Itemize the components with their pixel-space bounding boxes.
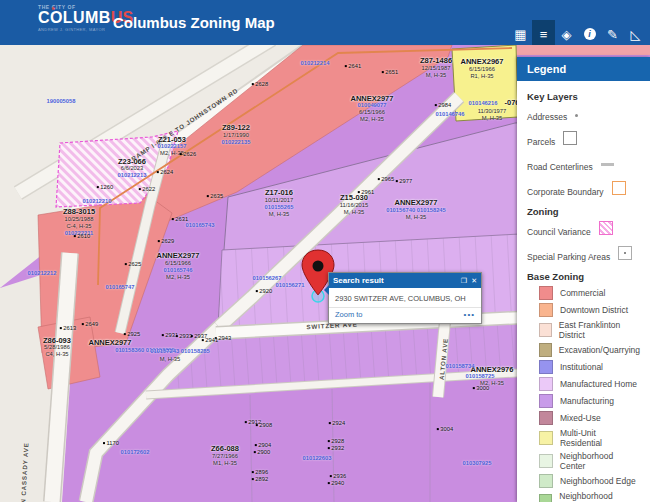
legend-section-heading: Zoning (527, 206, 640, 217)
legend-item: Neighborhood Center (539, 451, 640, 471)
layer-list-icon[interactable]: ◈ (555, 20, 578, 48)
basemap-gallery-icon[interactable]: ▦ (509, 20, 532, 48)
popup-title: Search result (333, 276, 457, 285)
legend-item: Manufactured Home (539, 377, 640, 391)
zoom-to-link[interactable]: Zoom to (335, 310, 363, 319)
page-title: Columbus Zoning Map (113, 14, 275, 31)
legend-item-label: Corporate Boundary (527, 187, 604, 197)
legend-item-label: Manufacturing (560, 396, 614, 406)
legend-symbol-chip (539, 394, 553, 408)
legend-item: East Franklinton District (539, 320, 640, 340)
legend-item: Council Variance (527, 221, 640, 239)
legend-item: Commercial (539, 286, 640, 300)
search-pin-hole (313, 261, 324, 272)
legend-item-label: Excavation/Quarrying (559, 345, 640, 355)
legend-item-label: Addresses (527, 112, 567, 122)
legend-panel: Legend Key LayersAddressesParcelsRoad Ce… (517, 57, 650, 502)
legend-item: Manufacturing (539, 394, 640, 408)
legend-symbol-hatch (599, 221, 613, 235)
legend-item: Downtown District (539, 303, 640, 317)
legend-panel-header: Legend (517, 57, 650, 81)
legend-symbol-square-dot (618, 246, 632, 260)
app-header: THE CITY OF COLUMBUS★ ANDREW J. GINTHER,… (0, 0, 650, 45)
legend-item-label: Manufactured Home (560, 379, 637, 389)
legend-symbol-dot (575, 114, 578, 117)
legend-item: Multi-Unit Residential (539, 428, 640, 448)
legend-symbol-chip (539, 343, 552, 357)
popup-more-button[interactable]: ••• (464, 310, 475, 319)
legend-section-heading: Key Layers (527, 91, 640, 102)
logo-star-icon: ★ (51, 6, 56, 11)
legend-symbol-chip (539, 286, 553, 300)
legend-symbol-chip (539, 303, 553, 317)
legend-item-label: Multi-Unit Residential (560, 428, 640, 448)
legend-item: Excavation/Quarrying (539, 343, 640, 357)
measurement-icon[interactable]: ◺ (624, 20, 647, 48)
legend-item: Institutional (539, 360, 640, 374)
legend-symbol-chip (539, 323, 552, 337)
legend-item: Corporate Boundary (527, 181, 640, 199)
popup-address: 2930 SWITZER AVE, COLUMBUS, OH (329, 288, 481, 307)
legend-item: Road Centerlines (527, 156, 640, 174)
widget-toolbar: ▦≡◈i✎◺ (509, 20, 647, 48)
legend-body[interactable]: Key LayersAddressesParcelsRoad Centerlin… (517, 81, 650, 502)
legend-item: Addresses (527, 106, 640, 124)
info-icon[interactable]: i (578, 20, 601, 48)
legend-item-label: Parcels (527, 137, 555, 147)
legend-symbol-chip (539, 431, 553, 445)
legend-item-label: Neighborhood General (559, 491, 640, 502)
legend-item: Mixed-Use (539, 411, 640, 425)
legend-symbol-square-outline (612, 181, 626, 195)
legend-item-label: Institutional (560, 362, 603, 372)
popup-header[interactable]: Search result ❐ ✕ (329, 273, 481, 288)
alton-ave-road (438, 321, 445, 397)
legend-symbol-chip (539, 377, 553, 391)
legend-item-label: Mixed-Use (560, 413, 601, 423)
popup-footer: Zoom to ••• (329, 307, 481, 323)
legend-symbol-line (601, 163, 614, 166)
search-result-popup: Search result ❐ ✕ 2930 SWITZER AVE, COLU… (328, 272, 482, 324)
legend-item-label: Road Centerlines (527, 162, 593, 172)
legend-item-label: Council Variance (527, 227, 591, 237)
popup-close-icon[interactable]: ✕ (471, 277, 477, 285)
legend-item-label: Special Parking Areas (527, 252, 610, 262)
legend-symbol-square-outline (563, 131, 577, 145)
legend-item-label: Commercial (560, 288, 605, 298)
legend-symbol-chip (539, 411, 553, 425)
draw-icon[interactable]: ✎ (601, 20, 624, 48)
popup-pointer (324, 285, 329, 295)
legend-symbol-chip (539, 494, 552, 502)
legend-item: Neighborhood General (539, 491, 640, 502)
legend-symbol-chip (539, 360, 553, 374)
legend-item-label: Neighborhood Edge (560, 476, 636, 486)
columbus-zoning-map-app: THE CITY OF COLUMBUS★ ANDREW J. GINTHER,… (0, 0, 650, 502)
legend-item-label: Neighborhood Center (560, 451, 640, 471)
legend-item: Parcels (527, 131, 640, 149)
legend-symbol-chip (539, 454, 553, 468)
legend-item: Special Parking Areas (527, 246, 640, 264)
legend-item-label: Downtown District (560, 305, 628, 315)
legend-icon[interactable]: ≡ (532, 20, 555, 48)
zone-residential-annex2967 (452, 45, 518, 121)
legend-symbol-chip (539, 474, 553, 488)
legend-item-label: East Franklinton District (559, 320, 640, 340)
legend-item: Neighborhood Edge (539, 474, 640, 488)
popup-maximize-icon[interactable]: ❐ (461, 277, 467, 285)
zone-commercial-sliver (500, 45, 650, 55)
legend-section-heading: Base Zoning (527, 271, 640, 282)
